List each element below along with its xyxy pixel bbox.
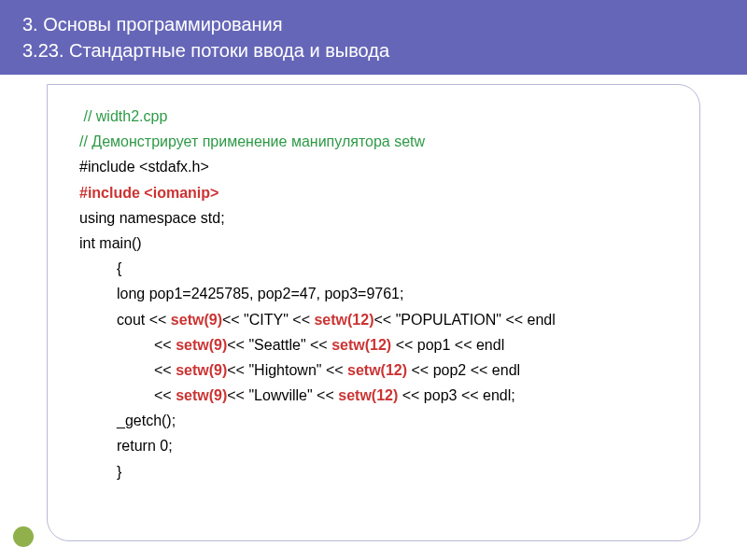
using-namespace: using namespace std; [79, 205, 668, 231]
content-frame: // width2.cpp // Демонстрирует применени… [47, 84, 700, 541]
var-decl: long pop1=2425785, pop2=47, pop3=9761; [79, 281, 668, 306]
cout-line3: << setw(9)<< "Hightown" << setw(12) << p… [79, 357, 668, 383]
code-block: // width2.cpp // Демонстрирует применени… [79, 104, 668, 484]
header-line1: 3. Основы программирования [22, 11, 725, 37]
getch: _getch(); [79, 408, 668, 433]
main-decl: int main() [79, 231, 668, 256]
include-iomanip: #include <iomanip> [79, 180, 668, 205]
cout-line1: cout << setw(9)<< "CITY" << setw(12)<< "… [79, 307, 668, 332]
header-line2: 3.23. Стандартные потоки ввода и вывода [22, 37, 725, 63]
brace-close: } [79, 459, 668, 484]
bullet-icon [13, 526, 34, 547]
cout-line4: << setw(9)<< "Lowville" << setw(12) << p… [79, 383, 668, 408]
cout-line2: << setw(9)<< "Seattle" << setw(12) << po… [79, 332, 668, 357]
brace-open: { [79, 256, 668, 281]
return: return 0; [79, 433, 668, 458]
comment-filename: // width2.cpp [79, 104, 668, 129]
include-stdafx: #include <stdafx.h> [79, 154, 668, 179]
comment-desc: // Демонстрирует применение манипулятора… [79, 129, 668, 154]
slide-header: 3. Основы программирования 3.23. Стандар… [0, 0, 747, 75]
